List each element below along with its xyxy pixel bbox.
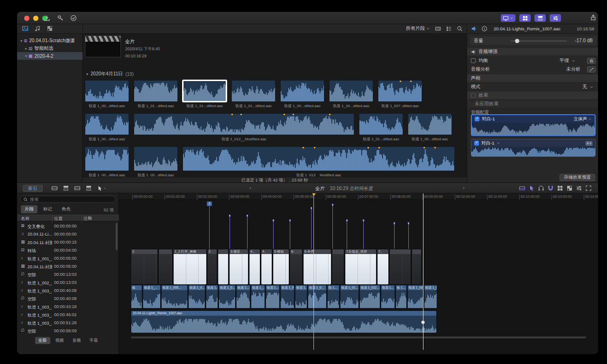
- connected-clip-marker[interactable]: [209, 201, 210, 249]
- index-row[interactable]: ♪轨道 1_001_...00:00:05:00: [17, 255, 119, 263]
- tool-picker[interactable]: [97, 185, 107, 191]
- index-row[interactable]: ▦20.04.11-封面00:00:05:00: [17, 263, 119, 271]
- project-thumbnail[interactable]: [85, 36, 121, 57]
- effects-browser-button[interactable]: [557, 185, 563, 191]
- timeline-audio-clip[interactable]: 轨道 1...: [295, 285, 307, 309]
- skimmer-handle[interactable]: [421, 320, 425, 324]
- index-tab-角色[interactable]: 角色: [58, 205, 74, 213]
- timeline-ruler[interactable]: 00:00:00:0000:01:00:0000:02:00:0000:03:0…: [119, 193, 598, 200]
- connected-clip-marker[interactable]: [247, 215, 248, 249]
- volume-value[interactable]: -17.0 dB: [575, 38, 593, 43]
- timeline-audio-clip[interactable]: 轨道 1_01...: [340, 285, 359, 309]
- timeline-video-clip[interactable]: [412, 249, 422, 285]
- audio-channel-1[interactable]: 对白-1立体声: [471, 114, 596, 136]
- search-input[interactable]: [30, 197, 106, 202]
- index-row[interactable]: ♪轨道 1_002_...00:00:13:03: [17, 279, 119, 287]
- timeline-video-clip[interactable]: 7..: [377, 249, 389, 285]
- browser-clip[interactable]: [183, 146, 455, 171]
- trim-toggle[interactable]: [519, 185, 525, 191]
- timeline-video-clip[interactable]: 4-..: [249, 249, 260, 285]
- clip-appearance-button[interactable]: [576, 185, 582, 191]
- timeline-video-clip[interactable]: 6-补齐: [303, 249, 331, 285]
- column-divider[interactable]: [52, 216, 53, 222]
- save-effects-preset-button[interactable]: 存储效果预置: [560, 174, 595, 181]
- timeline-history-back[interactable]: ‹: [249, 185, 251, 191]
- column-divider[interactable]: [82, 216, 82, 222]
- disclosure-triangle-icon[interactable]: ▾: [24, 54, 28, 58]
- timeline-horizontal-scrollbar[interactable]: [131, 337, 586, 338]
- import-button[interactable]: [44, 15, 50, 21]
- index-row[interactable]: ∅空隙00:00:58:09: [17, 327, 119, 335]
- timeline-audio-clip[interactable]: 轨道 1...: [206, 285, 218, 309]
- timeline-video-clip[interactable]: 1_2-打开_界面: [173, 249, 207, 285]
- column-header-位置[interactable]: 位置: [54, 216, 63, 222]
- browser-clip[interactable]: [85, 113, 129, 135]
- snapping-toggle[interactable]: [547, 185, 554, 191]
- connected-clip-chip[interactable]: 2: [207, 201, 212, 206]
- fullscreen-button[interactable]: [585, 185, 592, 191]
- column-header-注释[interactable]: 注释: [83, 216, 92, 222]
- timeline-audio-clip[interactable]: 轨道 1_...: [143, 285, 161, 309]
- timeline-video-clip[interactable]: 5-移动: [273, 249, 289, 285]
- index-row[interactable]: ♪轨道 1_003_...00:00:40:08: [17, 287, 119, 295]
- browser-clip[interactable]: [134, 146, 178, 171]
- index-row[interactable]: ♫20.04.11-Li...00:00:00:00: [17, 230, 119, 238]
- transitions-browser-button[interactable]: [566, 185, 573, 191]
- skimmer[interactable]: [423, 193, 423, 350]
- chevron-down-icon[interactable]: [497, 141, 500, 146]
- skimming-toggle[interactable]: [528, 185, 535, 191]
- timeline-audio-clip[interactable]: 轨道 1_012...: [359, 285, 380, 309]
- connected-clip-marker[interactable]: [408, 222, 409, 249]
- equalizer-checkbox[interactable]: [471, 58, 476, 63]
- sidebar-item-20.04.01-Scratch微课[interactable]: ▾⊞20.04.01-Scratch微课: [17, 37, 83, 45]
- connected-clip-marker[interactable]: [311, 207, 312, 249]
- sidebar-item-2020-4-2[interactable]: ▾▦2020-4-2: [17, 52, 83, 60]
- append-edit-button[interactable]: [74, 185, 81, 191]
- libraries-tab[interactable]: [22, 25, 28, 32]
- list-view-button[interactable]: [446, 26, 452, 32]
- timeline-history-forward[interactable]: ›: [463, 185, 465, 191]
- chevron-down-icon[interactable]: [589, 85, 594, 89]
- browser-clip[interactable]: [85, 146, 129, 171]
- timeline-audio-clip[interactable]: 轨道 1_0...: [280, 285, 294, 309]
- browser-clip[interactable]: [183, 80, 227, 102]
- timeline-audio-clip[interactable]: 轨道 1...: [236, 285, 250, 309]
- timeline-video-clip[interactable]: [158, 249, 173, 285]
- clip-appearance-button[interactable]: [435, 26, 441, 32]
- timeline-music-clip[interactable]: 20.04.11-Lights_Remix_1007.aac: [131, 310, 437, 333]
- audio-channel-2[interactable]: 对白-1: [471, 139, 596, 157]
- titles-generators-tab[interactable]: [46, 25, 53, 32]
- index-button[interactable]: 索引: [23, 185, 43, 192]
- timeline-video-clip[interactable]: 2: [131, 249, 158, 285]
- auto-enhance-button[interactable]: [587, 66, 596, 73]
- channel-enabled-checkbox[interactable]: [475, 117, 479, 121]
- connected-clip-marker[interactable]: [273, 219, 274, 249]
- timeline-audio-clip[interactable]: 轨 1...: [327, 285, 340, 309]
- equalizer-value[interactable]: 平缓: [560, 57, 569, 64]
- index-filter-视频[interactable]: 视频: [52, 337, 67, 344]
- disclosure-triangle-icon[interactable]: ▾: [86, 72, 88, 76]
- search-button[interactable]: [457, 26, 463, 32]
- timeline-audio-clip[interactable]: 轨道 1_0...: [188, 285, 205, 309]
- project-title[interactable]: 全片: [125, 38, 160, 45]
- index-row[interactable]: ∅空隙00:00:40:08: [17, 295, 119, 303]
- playhead[interactable]: [313, 193, 314, 350]
- index-row[interactable]: ♪轨道 1_003_...00:00:46:02: [17, 311, 119, 319]
- channel-enabled-checkbox[interactable]: [474, 141, 479, 146]
- volume-slider-knob[interactable]: [515, 39, 519, 43]
- background-tasks-button[interactable]: [70, 15, 77, 21]
- index-row[interactable]: ♪轨道 1_003_...00:00:43:18: [17, 303, 119, 311]
- connected-clip-marker[interactable]: [332, 204, 333, 249]
- pan-mode-value[interactable]: 无: [582, 83, 587, 90]
- insert-edit-button[interactable]: [63, 185, 69, 191]
- timeline-video-clip[interactable]: 6-: [290, 249, 303, 285]
- share-icon[interactable]: [590, 14, 597, 21]
- clip-filter-dropdown[interactable]: 所有片段: [406, 25, 430, 32]
- browser-clip[interactable]: [329, 80, 373, 102]
- column-header-名称[interactable]: 名称: [21, 216, 29, 222]
- browser-clip[interactable]: [134, 113, 354, 135]
- close-button[interactable]: [24, 16, 29, 21]
- channel-mode-dropdown[interactable]: 立体声: [574, 116, 592, 122]
- overwrite-edit-button[interactable]: [85, 185, 92, 191]
- connected-clip-marker[interactable]: [290, 219, 290, 249]
